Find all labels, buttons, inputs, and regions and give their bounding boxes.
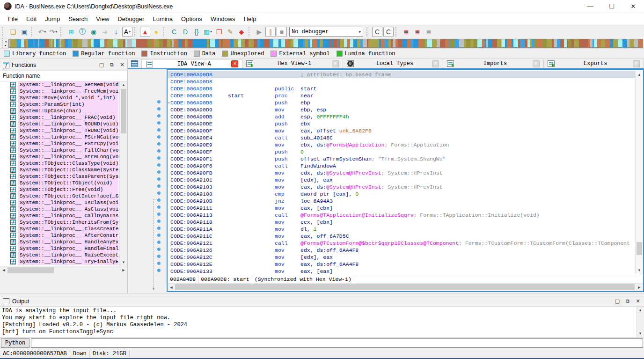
tab-close-icon[interactable]: ✕ [332,60,339,67]
function-list-item[interactable]: fSystem::ParamStr(int) [0,101,127,108]
stop-analysis-icon[interactable]: ◆ [236,27,247,37]
menu-file[interactable]: File [4,14,22,24]
menu-search[interactable]: Search [64,14,92,24]
debug-stop-icon[interactable]: ■ [277,27,287,37]
tab-imports[interactable]: Imports✕ [443,59,543,68]
instruction-dot[interactable] [157,269,161,272]
function-list-item[interactable]: fSystem::UpCase(char) [0,108,127,114]
output-console[interactable]: ▲ ▼ IDA is analysing the input file...Yo… [0,307,644,337]
calculator-icon[interactable]: ⊞ [66,27,76,37]
disasm-line[interactable]: CODE:006A9101mov[edx], eax [168,176,643,183]
function-list-item[interactable]: fSystem::__linkproc__ HandleAnyExcep [0,239,127,245]
disasm-line[interactable]: CODE:006A911Amovdl, 1 [168,226,643,233]
scroll-left-icon[interactable]: ◄ [0,268,7,272]
disasm-line[interactable]: CODE:006A90FBmovedx, ds:@System@HPrevIns… [168,169,643,176]
function-list-item[interactable]: fSystem::TObject::ClassType(void) [0,160,127,167]
disasm-line[interactable]: CODE:006A911Cmoveax, off_6A7D5C [168,233,643,240]
disasm-line[interactable]: CODE:006A90D8 [168,78,643,85]
instruction-dot[interactable] [157,100,161,103]
tab-close-icon[interactable]: ✕ [432,60,439,67]
scroll-down-icon[interactable]: ▼ [120,259,127,266]
function-list-item[interactable]: fSystem::__linkproc__ PStrCpy(void) [0,140,127,147]
debug-start-icon[interactable]: ▶ [254,27,264,37]
toolbar-grip[interactable] [134,27,137,37]
instruction-dot[interactable] [157,205,161,209]
disassembly-horizontal-scrollbar[interactable]: ◄ ► [168,283,643,291]
disasm-line[interactable]: CODE:006A90F6callFindWindowA [168,162,643,169]
function-list-item[interactable]: fSystem::__linkproc__ CallDynaInst(v [0,212,127,219]
tab-exports[interactable]: Exports✕ [544,59,644,68]
disasm-line[interactable]: CODE:006A9103moveax, ds:@System@HPrevIns… [168,183,643,190]
disasm-line[interactable]: CODE:006A912Cmov[edx], eax [168,254,643,261]
instruction-dot[interactable] [157,262,161,265]
views-list-button[interactable] [128,59,142,68]
menu-lumina[interactable]: Lumina [148,14,177,24]
disasm-line[interactable]: CODE:006A90EFpush0 [168,148,643,155]
toolbar-grip[interactable] [163,27,166,37]
python-interpreter-button[interactable]: Python [1,338,29,348]
create-struct-icon[interactable]: {} [191,27,202,37]
disasm-line[interactable]: CODE:006A9133moveax, [eax] [168,268,643,275]
instruction-dot[interactable] [157,177,161,181]
disasm-line[interactable]: ⌄CODE:006A90D8pushebp [168,99,643,106]
save-icon[interactable]: ▣ [19,27,29,37]
nav-disabled-icon[interactable]: ➜ [100,27,110,37]
disasm-line[interactable]: CODE:006A9126movedx, ds:off_6AA4F8 [168,247,643,254]
function-name-column-header[interactable]: Function name [0,71,127,81]
instruction-dot[interactable] [157,227,161,230]
menu-options[interactable]: Options [177,14,206,24]
step-over-icon[interactable]: C [383,27,394,37]
scroll-up-icon[interactable]: ▲ [120,81,127,88]
menu-edit[interactable]: Edit [22,14,41,24]
instruction-dot[interactable] [157,248,161,251]
function-list-item[interactable]: fSystem::__linkproc__ PStrNCat(void) [0,134,127,140]
output-vertical-scrollbar[interactable]: ▲ ▼ [636,307,644,337]
disasm-line[interactable]: CODE:006A90D8startprocnear [168,92,643,99]
collapse-chevron-icon[interactable]: ⌄ [168,99,170,106]
tab-close-icon[interactable]: ✕ [633,60,640,67]
add-breakpoint-icon[interactable]: ≣ [412,27,423,37]
disasm-line[interactable]: CODE:006A9111moveax, [ebx] [168,205,643,212]
disasm-line[interactable]: CODE:006A912Emoveax, ds:off_6AA4F8 [168,261,643,268]
tab-local-types[interactable]: Local Types✕ [343,59,443,68]
disasm-line[interactable]: CODE:006A90E9movebx, ds:@Forms@Applicati… [168,141,643,148]
tab-close-icon[interactable]: ✕ [231,60,238,67]
function-list-item[interactable]: fSystem::__linkproc__ HandleFinally( [0,245,127,252]
breakpoint-list-icon[interactable]: ≣ [401,27,411,37]
scroll-down-icon[interactable]: ▼ [637,330,644,337]
maximize-button[interactable]: ☐ [601,0,622,13]
disasm-line[interactable]: CODE:006A90D8publicstart [168,85,643,92]
menu-debugger[interactable]: Debugger [113,14,148,24]
instruction-dot[interactable] [157,212,161,216]
instruction-dot[interactable] [157,149,161,153]
instruction-dot[interactable] [157,142,161,146]
function-list-item[interactable]: fSystem::Move(void *,void *,int) [0,95,127,101]
disasm-line[interactable]: CODE:006A90D8; Attributes: bp-based fram… [168,71,643,78]
disasm-line[interactable]: CODE:006A9121call@Forms@TCustomForm@$bct… [168,240,643,247]
close-button[interactable]: ✕ [622,0,644,13]
instruction-dot[interactable] [157,128,161,132]
patch-bytes-icon[interactable]: ❒ [214,27,224,37]
instruction-dot[interactable] [157,163,161,167]
instruction-dot[interactable] [157,135,161,139]
menu-windows[interactable]: Windows [206,14,240,24]
chevron-down-icon[interactable]: ▾ [129,29,131,34]
disasm-line[interactable]: CODE:006A90DFmoveax, offset unk_6A82F8 [168,127,643,134]
output-float-icon[interactable]: ⧉ [624,298,631,304]
navband-scroll-arrows[interactable]: ◂ ▸ [2,38,8,48]
disasm-line[interactable]: CODE:006A90DEpushebx [168,120,643,127]
function-list-item[interactable]: fSystem::TObject::GetInterface(_GUID [0,193,127,199]
functions-float-icon[interactable]: ⧉ [109,62,115,68]
function-list-item[interactable]: fSystem::__linkproc__ Str0Long(void) [0,154,127,160]
instruction-dot[interactable] [157,156,161,160]
jump-address-icon[interactable]: ↓ [111,27,121,37]
function-list-item[interactable]: fSystem::__linkproc__ FillChar(void) [0,147,127,154]
xrefs-icon[interactable]: ◉ [88,27,99,37]
create-array-icon[interactable]: ▦▾ [203,27,213,37]
function-list-item[interactable]: fSystem::__linkproc__ ROUND(void) [0,121,127,127]
toolbar-grip[interactable] [31,27,34,37]
functions-horizontal-scrollbar[interactable]: ◄ ► [0,266,127,274]
toolbar-grip[interactable] [60,27,63,37]
output-close-icon[interactable]: ✕ [635,298,641,304]
scroll-up-icon[interactable]: ▲ [637,307,644,314]
